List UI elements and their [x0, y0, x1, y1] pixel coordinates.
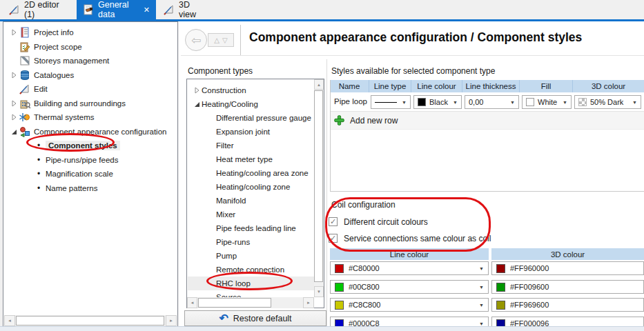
3d-colour-row-3[interactable]: #FF969600: [491, 298, 644, 312]
list-item-pump[interactable]: Pump: [188, 249, 314, 263]
list-item-differential-pressure-gauge[interactable]: Differential pressure gauge: [188, 111, 314, 125]
list-horizontal-scrollbar[interactable]: ◄ ►: [187, 297, 314, 308]
page-title: Component appearance configuration / Com…: [249, 30, 582, 45]
scroll-right-button[interactable]: ►: [166, 315, 177, 326]
list-item-manifold[interactable]: Manifold: [188, 194, 314, 208]
solid-line-icon: [375, 102, 397, 103]
list-item-label: Heating/Cooling: [202, 100, 258, 108]
sidebar-item-storeys-management[interactable]: Storeys management: [4, 54, 177, 68]
scroll-up-button[interactable]: ▲: [314, 79, 324, 90]
back-arrow-icon: ⇦: [191, 33, 201, 48]
list-item-pipe-runs[interactable]: Pipe-runs: [188, 235, 314, 249]
list-item-mixer[interactable]: Mixer: [188, 208, 314, 221]
tab-label: General data: [98, 0, 137, 19]
dropdown-arrow-icon: ▼: [479, 285, 484, 290]
colour-hex: #FF960000: [510, 264, 549, 272]
project-info-icon: [19, 27, 30, 38]
sidebar-item-pipe-runs-pipe-feeds[interactable]: • Pipe-runs/pipe feeds: [4, 153, 177, 167]
line-type-dropdown[interactable]: ▼: [371, 95, 411, 109]
scroll-left-button[interactable]: ◄: [187, 297, 197, 308]
scrollbar-thumb[interactable]: [198, 298, 271, 308]
list-item-label: Differential pressure gauge: [216, 114, 311, 122]
service-connections-label: Service connections same colour as coil: [344, 234, 491, 243]
list-item-rhc-loop-selected[interactable]: RHC loop: [188, 277, 314, 290]
add-new-row-button[interactable]: Add new row: [330, 112, 644, 130]
sidebar-item-project-info[interactable]: Project info: [4, 26, 177, 39]
collapsed-icon: [10, 28, 17, 37]
sidebar-item-edit[interactable]: Edit: [4, 82, 177, 96]
3d-colour-dropdown[interactable]: 50% Dark ▼: [574, 95, 641, 109]
check-icon: ✓: [330, 217, 336, 225]
scroll-down-button[interactable]: ▼: [314, 286, 324, 297]
colour-table-header-line: Line colour: [330, 248, 489, 260]
list-item-pipe-feeds-leading-line[interactable]: Pipe feeds leading line: [188, 221, 314, 235]
expanded-icon: [193, 100, 200, 108]
chevron-up-icon[interactable]: △: [214, 37, 219, 44]
fill-dropdown[interactable]: White ▼: [522, 95, 572, 109]
expanded-icon: [10, 128, 17, 136]
scroll-left-button[interactable]: ◄: [4, 315, 15, 326]
list-vertical-scrollbar[interactable]: ▲ ▼: [314, 79, 324, 297]
collapsed-icon: [10, 113, 17, 121]
sidebar-item-catalogues[interactable]: Catalogues: [4, 68, 177, 82]
sidebar-item-thermal-systems[interactable]: Thermal systems: [4, 110, 177, 124]
sidebar-item-label: Storeys management: [34, 57, 109, 65]
add-new-row-label: Add new row: [350, 116, 398, 126]
line-colour-row-3[interactable]: #C8C800 ▼: [330, 298, 489, 312]
list-item-label: Pipe-runs: [216, 238, 250, 246]
list-item-filter[interactable]: Filter: [188, 139, 314, 152]
line-thickness-value: 0,00: [469, 98, 483, 106]
sidebar-item-label: Magnification scale: [46, 170, 113, 178]
list-item-heating-cooling-zone[interactable]: Heating/cooling zone: [188, 180, 314, 194]
navigation-chevron-buttons[interactable]: △ ▽: [208, 33, 234, 47]
service-connections-checkbox[interactable]: ✓: [329, 234, 338, 243]
back-button[interactable]: ⇦: [185, 29, 207, 51]
list-item-heat-meter-type[interactable]: Heat meter type: [188, 152, 314, 166]
tab-general-data[interactable]: General data ✕: [77, 0, 156, 19]
application-window: 2D editor (1) General data ✕ 3D view: [0, 0, 644, 331]
line-colour-row-2[interactable]: #00C800 ▼: [330, 280, 489, 294]
project-scope-icon: [19, 41, 30, 52]
chevron-down-icon[interactable]: ▽: [222, 37, 228, 44]
sidebar-item-building-and-surroundings[interactable]: Building and surroundings: [4, 97, 177, 110]
sidebar-item-component-styles[interactable]: • Component styles: [4, 139, 177, 152]
restore-default-button[interactable]: ↶ Restore default: [184, 310, 326, 326]
sidebar-item-project-scope[interactable]: Project scope: [4, 40, 177, 54]
plus-icon: [334, 115, 344, 126]
sidebar-item-label: Building and surroundings: [34, 99, 126, 108]
sidebar-item-label: Edit: [34, 85, 48, 93]
tab-2d-editor[interactable]: 2D editor (1): [3, 0, 75, 19]
dropdown-arrow-icon: ▼: [479, 303, 484, 308]
scrollbar-thumb[interactable]: [314, 90, 323, 282]
sidebar-horizontal-scrollbar[interactable]: ◄ ►: [4, 315, 177, 326]
sidebar-item-name-patterns[interactable]: • Name patterns: [4, 181, 177, 195]
line-colour-dropdown[interactable]: Black ▼: [413, 95, 462, 109]
column-header-line-colour: Line colour: [411, 80, 462, 92]
list-item-label: Filter: [216, 141, 234, 150]
3d-colour-row-1[interactable]: #FF960000: [491, 261, 644, 275]
sidebar-item-magnification-scale[interactable]: • Magnification scale: [4, 167, 177, 181]
line-thickness-dropdown[interactable]: 0,00 ▼: [465, 95, 519, 109]
scrollbar-thumb[interactable]: [16, 316, 164, 325]
sidebar-item-component-appearance-configuration[interactable]: Component appearance configuration: [4, 125, 177, 139]
window-bottom-strip: [0, 326, 644, 331]
tab-3d-view[interactable]: 3D view: [157, 0, 208, 19]
sidebar-item-label: Project info: [34, 28, 74, 37]
line-colour-row-1[interactable]: #C80000 ▼: [330, 261, 489, 275]
3d-colour-row-2[interactable]: #FF009600: [491, 280, 644, 294]
different-circuit-colours-checkbox[interactable]: ✓: [329, 217, 338, 226]
close-tab-icon[interactable]: ✕: [144, 6, 150, 14]
colour-hex: #C8C800: [349, 301, 380, 309]
list-item-label: Heat meter type: [216, 155, 273, 163]
list-item-remote-connection[interactable]: Remote connection: [188, 263, 314, 277]
list-item-heating-cooling[interactable]: Heating/Cooling: [188, 97, 314, 111]
colour-hex: #00C800: [349, 283, 380, 291]
list-item-construction[interactable]: Construction: [188, 83, 314, 97]
list-item-expansion-joint[interactable]: Expansion joint: [188, 125, 314, 139]
3d-colour-value: 50% Dark: [590, 98, 623, 106]
navigation-tree: Project info Project scope Storeys manag…: [3, 21, 178, 327]
edit-icon: [19, 83, 30, 94]
styles-panel-label: Styles available for selected component …: [331, 66, 495, 76]
scroll-right-button[interactable]: ►: [303, 297, 314, 308]
list-item-heating-cooling-area-zone[interactable]: Heating/cooling area zone: [188, 166, 314, 180]
